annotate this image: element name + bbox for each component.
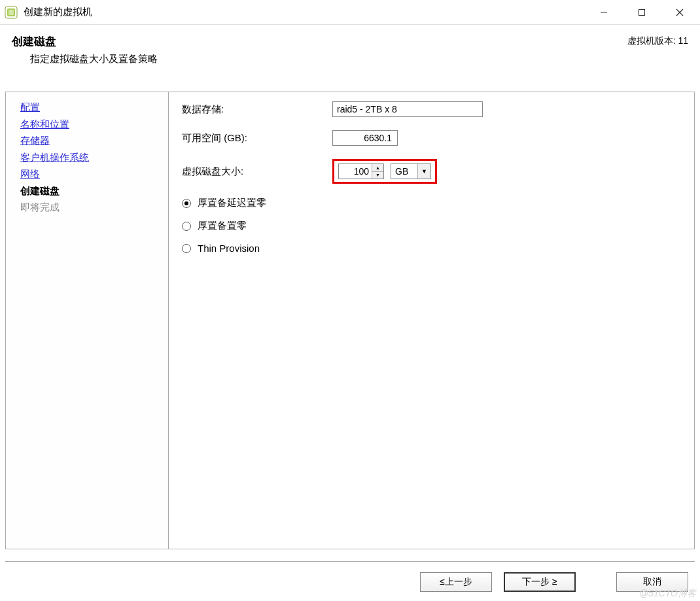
- radio-icon: [182, 244, 191, 253]
- radio-thick-eager[interactable]: 厚置备置零: [182, 220, 681, 232]
- radio-label-thin: Thin Provision: [198, 243, 260, 254]
- svg-rect-2: [9, 10, 14, 15]
- label-disksize: 虚拟磁盘大小:: [182, 165, 332, 178]
- step-link-storage[interactable]: 存储器: [20, 132, 168, 149]
- label-freespace: 可用空间 (GB):: [182, 132, 332, 145]
- spinner-up-icon[interactable]: ▲: [372, 164, 383, 172]
- row-freespace: 可用空间 (GB): 6630.1: [182, 130, 681, 146]
- next-button[interactable]: 下一步 ≥: [504, 572, 576, 592]
- cancel-button[interactable]: 取消: [616, 572, 688, 592]
- radio-icon: [182, 199, 191, 208]
- provision-radio-group: 厚置备延迟置零 厚置备置零 Thin Provision: [182, 197, 681, 254]
- step-pending-ready: 即将完成: [20, 199, 168, 216]
- disksize-unit-combo[interactable]: GB ▼: [391, 163, 431, 179]
- back-button[interactable]: ≤上一步: [420, 572, 492, 592]
- wizard-main-pane: 数据存储: raid5 - 2TB x 8 可用空间 (GB): 6630.1 …: [169, 92, 695, 549]
- vm-version-label: 虚拟机版本: 11: [627, 34, 688, 47]
- step-link-network[interactable]: 网络: [20, 165, 168, 182]
- app-icon: [4, 5, 18, 20]
- step-current-create-disk: 创建磁盘: [20, 182, 168, 199]
- step-link-guest-os[interactable]: 客户机操作系统: [20, 149, 168, 166]
- maximize-button[interactable]: [623, 1, 661, 24]
- field-datastore: raid5 - 2TB x 8: [332, 101, 483, 117]
- radio-thin[interactable]: Thin Provision: [182, 243, 681, 254]
- window-title: 创建新的虚拟机: [24, 6, 92, 18]
- row-disksize: 虚拟磁盘大小: ▲ ▼ GB ▼: [182, 159, 681, 184]
- wizard-body: 配置 名称和位置 存储器 客户机操作系统 网络 创建磁盘 即将完成 数据存储: …: [5, 92, 695, 549]
- chevron-down-icon[interactable]: ▼: [417, 164, 430, 179]
- wizard-header: 创建磁盘 指定虚拟磁盘大小及置备策略 虚拟机版本: 11: [0, 25, 700, 72]
- titlebar: 创建新的虚拟机: [0, 0, 700, 25]
- radio-icon: [182, 222, 191, 231]
- spinner-down-icon[interactable]: ▼: [372, 172, 383, 179]
- wizard-steps-sidebar: 配置 名称和位置 存储器 客户机操作系统 网络 创建磁盘 即将完成: [5, 92, 169, 549]
- page-subtitle: 指定虚拟磁盘大小及置备策略: [12, 49, 627, 65]
- page-title: 创建磁盘: [12, 34, 627, 49]
- svg-rect-4: [639, 9, 645, 15]
- step-link-config[interactable]: 配置: [20, 99, 168, 116]
- footer-separator: [5, 561, 695, 562]
- radio-label-thick-lazy: 厚置备延迟置零: [198, 197, 266, 209]
- disksize-input[interactable]: [339, 164, 372, 179]
- disksize-unit-text: GB: [391, 166, 417, 177]
- radio-label-thick-eager: 厚置备置零: [198, 220, 247, 232]
- label-datastore: 数据存储:: [182, 103, 332, 116]
- radio-thick-lazy[interactable]: 厚置备延迟置零: [182, 197, 681, 209]
- step-link-name-location[interactable]: 名称和位置: [20, 116, 168, 133]
- disksize-spinner[interactable]: ▲ ▼: [338, 163, 384, 179]
- disksize-highlight: ▲ ▼ GB ▼: [332, 159, 437, 184]
- minimize-button[interactable]: [585, 1, 623, 24]
- wizard-footer: ≤上一步 下一步 ≥ 取消: [420, 572, 688, 592]
- close-button[interactable]: [661, 1, 699, 24]
- field-freespace: 6630.1: [332, 130, 398, 146]
- row-datastore: 数据存储: raid5 - 2TB x 8: [182, 101, 681, 117]
